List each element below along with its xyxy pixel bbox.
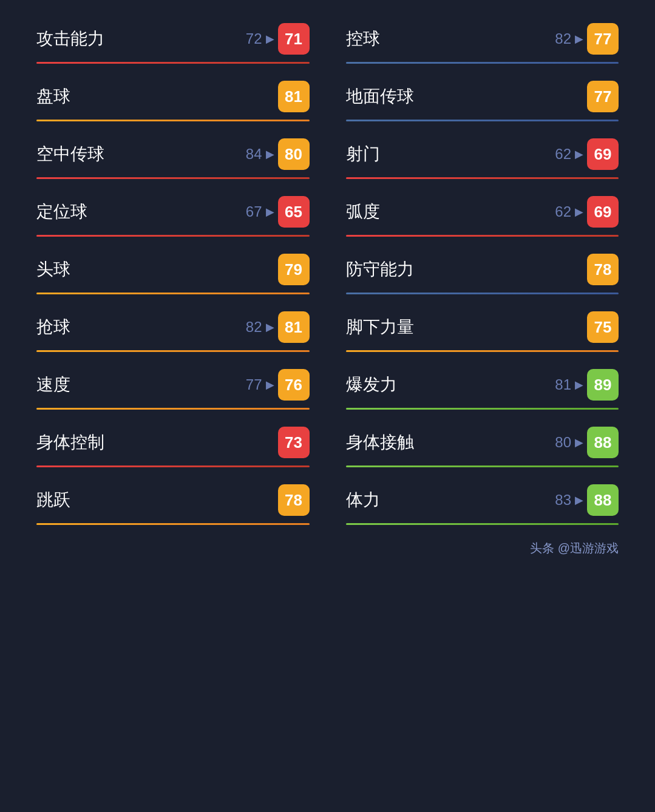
stat-values-left-5: 82▶81 bbox=[246, 311, 310, 343]
stat-bar-left-3 bbox=[36, 235, 310, 237]
stat-badge-left-3: 65 bbox=[278, 196, 310, 228]
stat-badge-right-5: 75 bbox=[587, 311, 619, 343]
stat-item-right-0: 控球82▶77 bbox=[328, 12, 637, 70]
stat-item-left-4: 头球79 bbox=[18, 243, 328, 300]
stat-arrow-right-0: ▶ bbox=[575, 32, 583, 46]
stat-content-right-8: 体力83▶88 bbox=[346, 484, 619, 516]
stat-label-left-5: 抢球 bbox=[36, 316, 70, 339]
stat-arrow-right-2: ▶ bbox=[575, 147, 583, 161]
stat-values-left-4: 79 bbox=[278, 254, 310, 285]
stat-content-left-0: 攻击能力72▶71 bbox=[36, 23, 310, 55]
stat-item-right-1: 地面传球77 bbox=[328, 70, 637, 127]
stat-content-left-5: 抢球82▶81 bbox=[36, 311, 310, 343]
stat-item-left-6: 速度77▶76 bbox=[18, 358, 328, 416]
stat-arrow-left-5: ▶ bbox=[266, 320, 274, 334]
stat-values-right-7: 80▶88 bbox=[555, 427, 619, 458]
stat-arrow-left-3: ▶ bbox=[266, 205, 274, 218]
stat-label-right-7: 身体接触 bbox=[346, 431, 414, 454]
stat-item-right-2: 射门62▶69 bbox=[328, 127, 637, 185]
stat-label-left-8: 跳跃 bbox=[36, 489, 70, 512]
stat-badge-right-6: 89 bbox=[587, 369, 619, 401]
stat-item-right-4: 防守能力78 bbox=[328, 243, 637, 300]
stat-badge-right-0: 77 bbox=[587, 23, 619, 55]
stat-badge-left-6: 76 bbox=[278, 369, 310, 401]
stat-label-left-0: 攻击能力 bbox=[36, 27, 104, 50]
stat-old-value-right-0: 82 bbox=[555, 30, 571, 47]
stat-badge-right-4: 78 bbox=[587, 254, 619, 285]
stat-badge-left-1: 81 bbox=[278, 81, 310, 112]
stat-item-left-7: 身体控制73 bbox=[18, 416, 328, 473]
stat-values-right-8: 83▶88 bbox=[555, 484, 619, 516]
stat-old-value-left-6: 77 bbox=[246, 376, 262, 393]
stat-arrow-right-8: ▶ bbox=[575, 493, 583, 507]
stat-content-left-3: 定位球67▶65 bbox=[36, 196, 310, 228]
stat-bar-left-5 bbox=[36, 350, 310, 352]
stat-bar-left-4 bbox=[36, 293, 310, 294]
stat-arrow-right-7: ▶ bbox=[575, 436, 583, 449]
stat-arrow-left-0: ▶ bbox=[266, 32, 274, 46]
stat-content-right-3: 弧度62▶69 bbox=[346, 196, 619, 228]
stat-old-value-left-3: 67 bbox=[246, 203, 262, 220]
stat-old-value-left-2: 84 bbox=[246, 146, 262, 163]
stat-item-left-2: 空中传球84▶80 bbox=[18, 127, 328, 185]
stat-item-right-7: 身体接触80▶88 bbox=[328, 416, 637, 473]
stat-label-right-8: 体力 bbox=[346, 489, 380, 512]
stat-arrow-right-3: ▶ bbox=[575, 205, 583, 218]
stat-arrow-left-2: ▶ bbox=[266, 147, 274, 161]
stat-label-right-6: 爆发力 bbox=[346, 373, 397, 396]
stat-badge-left-0: 71 bbox=[278, 23, 310, 55]
stat-values-left-7: 73 bbox=[278, 427, 310, 458]
stat-values-right-6: 81▶89 bbox=[555, 369, 619, 401]
stat-content-left-6: 速度77▶76 bbox=[36, 369, 310, 401]
stat-label-left-6: 速度 bbox=[36, 373, 70, 396]
stat-label-left-3: 定位球 bbox=[36, 200, 87, 223]
stat-arrow-left-6: ▶ bbox=[266, 378, 274, 391]
stat-values-left-8: 78 bbox=[278, 484, 310, 516]
stat-item-right-5: 脚下力量75 bbox=[328, 300, 637, 358]
stat-badge-left-2: 80 bbox=[278, 138, 310, 170]
stat-item-left-3: 定位球67▶65 bbox=[18, 185, 328, 243]
stat-old-value-left-0: 72 bbox=[246, 30, 262, 47]
stat-label-right-4: 防守能力 bbox=[346, 258, 414, 281]
stat-values-right-5: 75 bbox=[587, 311, 619, 343]
stat-old-value-right-2: 62 bbox=[555, 146, 571, 163]
stat-content-right-6: 爆发力81▶89 bbox=[346, 369, 619, 401]
stat-old-value-right-8: 83 bbox=[555, 492, 571, 509]
stat-content-left-1: 盘球81 bbox=[36, 81, 310, 112]
stat-values-right-0: 82▶77 bbox=[555, 23, 619, 55]
stat-badge-right-8: 88 bbox=[587, 484, 619, 516]
stat-badge-right-2: 69 bbox=[587, 138, 619, 170]
stat-badge-right-7: 88 bbox=[587, 427, 619, 458]
stat-bar-right-4 bbox=[346, 293, 619, 294]
stat-badge-left-4: 79 bbox=[278, 254, 310, 285]
stat-label-right-2: 射门 bbox=[346, 143, 380, 166]
stat-label-left-2: 空中传球 bbox=[36, 143, 104, 166]
stat-content-right-5: 脚下力量75 bbox=[346, 311, 619, 343]
stat-content-left-7: 身体控制73 bbox=[36, 427, 310, 458]
stat-content-right-2: 射门62▶69 bbox=[346, 138, 619, 170]
stat-bar-right-1 bbox=[346, 120, 619, 121]
stat-label-left-4: 头球 bbox=[36, 258, 70, 281]
stat-label-right-3: 弧度 bbox=[346, 200, 380, 223]
stat-old-value-right-3: 62 bbox=[555, 203, 571, 220]
stat-values-left-3: 67▶65 bbox=[246, 196, 310, 228]
stat-content-right-0: 控球82▶77 bbox=[346, 23, 619, 55]
stat-arrow-right-6: ▶ bbox=[575, 378, 583, 391]
stat-item-left-0: 攻击能力72▶71 bbox=[18, 12, 328, 70]
stat-label-right-5: 脚下力量 bbox=[346, 316, 414, 339]
stat-item-right-8: 体力83▶88 bbox=[328, 473, 637, 531]
stat-item-right-6: 爆发力81▶89 bbox=[328, 358, 637, 416]
stat-badge-left-5: 81 bbox=[278, 311, 310, 343]
stats-container: 攻击能力72▶71控球82▶77盘球81地面传球77空中传球84▶80射门62▶… bbox=[18, 12, 637, 531]
stat-content-right-4: 防守能力78 bbox=[346, 254, 619, 285]
stat-label-left-1: 盘球 bbox=[36, 85, 70, 108]
stat-item-left-5: 抢球82▶81 bbox=[18, 300, 328, 358]
stat-badge-left-7: 73 bbox=[278, 427, 310, 458]
stat-values-left-6: 77▶76 bbox=[246, 369, 310, 401]
stat-content-left-2: 空中传球84▶80 bbox=[36, 138, 310, 170]
stat-bar-right-5 bbox=[346, 350, 619, 352]
stat-bar-left-1 bbox=[36, 120, 310, 121]
stat-item-left-1: 盘球81 bbox=[18, 70, 328, 127]
stat-values-left-0: 72▶71 bbox=[246, 23, 310, 55]
stat-content-right-7: 身体接触80▶88 bbox=[346, 427, 619, 458]
